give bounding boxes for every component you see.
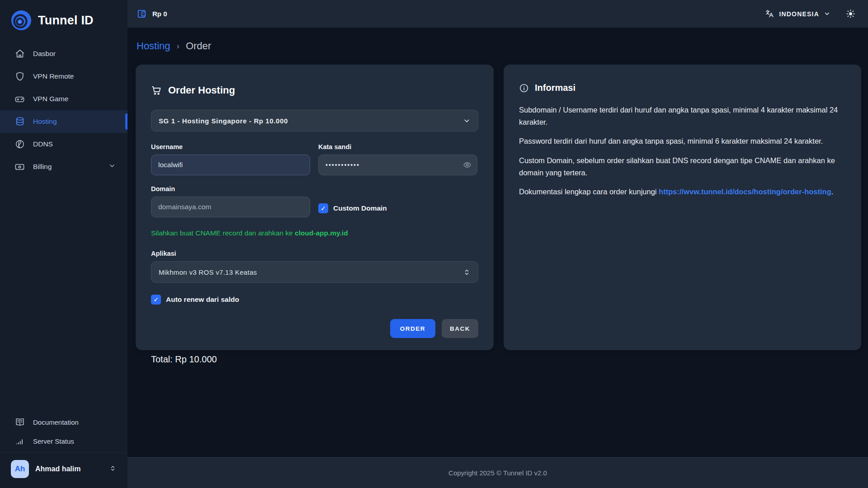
gamepad-icon [14, 94, 25, 104]
auto-renew-label: Auto renew dari saldo [166, 296, 239, 304]
brand-name: Tunnel ID [38, 14, 94, 28]
total-price: Total: Rp 10.000 [151, 354, 478, 365]
auto-renew-checkbox-row[interactable]: ✓ Auto renew dari saldo [151, 295, 478, 305]
sidebar-item-hosting[interactable]: Hosting [0, 110, 127, 133]
sidebar-item-billing[interactable]: Billing [0, 155, 127, 178]
cname-hint-text: Silahkan buat CNAME record dan arahkan k… [151, 229, 295, 237]
sidebar-item-label: Server Status [33, 437, 74, 445]
billing-card-icon [14, 162, 25, 172]
auto-renew-checkbox[interactable]: ✓ [151, 295, 161, 305]
sidebar-item-label: Dasbor [33, 50, 56, 58]
doc-text: Dokumentasi lengkap cara order kunjungi [519, 188, 659, 196]
info-paragraph: Custom Domain, sebelum order silahkan bu… [519, 155, 846, 179]
user-menu[interactable]: Ah Ahmad halim [0, 452, 127, 488]
breadcrumb-separator: › [177, 41, 179, 51]
documentation-link[interactable]: https://wvw.tunnel.id/docs/hosting/order… [659, 188, 831, 196]
sidebar-item-label: DDNS [33, 140, 53, 148]
sidebar-nav: Dasbor VPN Remote VPN Game Hosting [0, 42, 127, 178]
info-paragraph: Subdomain / Username terdiri dari huruf … [519, 104, 846, 128]
plan-select[interactable]: SG 1 - Hosting Singapore - Rp 10.000 [151, 110, 478, 131]
application-select[interactable]: Mikhmon v3 ROS v7.13 Keatas [151, 261, 478, 283]
username-field-group: Username [151, 143, 310, 175]
sidebar-footer-nav: Documentation Server Status [0, 413, 127, 452]
password-field-group: Kata sandi [318, 143, 477, 175]
domain-label: Domain [151, 185, 310, 192]
info-card-header: Informasi [519, 83, 846, 93]
password-input-wrap [318, 155, 477, 175]
form-actions: ORDER BACK [151, 319, 478, 338]
topbar: Rp 0 INDONESIA [127, 0, 868, 28]
cart-icon [151, 85, 162, 96]
language-label: INDONESIA [779, 10, 819, 18]
book-icon [14, 417, 25, 427]
app-root: Tunnel ID Dasbor VPN Remote VPN Game [0, 0, 868, 488]
brand[interactable]: Tunnel ID [0, 0, 127, 42]
sidebar-spacer [0, 178, 127, 413]
cards-row: Order Hosting SG 1 - Hosting Singapore -… [136, 65, 861, 350]
credentials-row: Username Kata sandi [151, 143, 478, 175]
doc-suffix: . [831, 188, 834, 196]
custom-domain-label: Custom Domain [333, 204, 387, 212]
breadcrumb: Hosting › Order [137, 40, 861, 52]
chevron-up-down-icon [109, 465, 117, 474]
custom-domain-checkbox-row[interactable]: ✓ Custom Domain [318, 203, 387, 213]
chevron-down-icon [108, 162, 116, 171]
application-select-value: Mikhmon v3 ROS v7.13 Keatas [159, 268, 257, 276]
database-icon [14, 117, 25, 127]
order-card-title: Order Hosting [168, 84, 235, 96]
sidebar-item-label: Billing [33, 163, 52, 171]
sidebar-item-vpn-remote[interactable]: VPN Remote [0, 65, 127, 88]
password-input[interactable] [318, 155, 477, 175]
globe-icon [14, 139, 25, 150]
sidebar-item-server-status[interactable]: Server Status [0, 432, 127, 450]
cname-hint: Silahkan buat CNAME record dan arahkan k… [151, 229, 478, 237]
chevron-down-icon [463, 117, 471, 125]
shield-icon [14, 71, 25, 82]
sidebar-item-label: Documentation [33, 418, 79, 426]
content-area: Hosting › Order Order Hosting SG 1 - Hos… [127, 28, 868, 457]
eye-icon[interactable] [463, 161, 472, 169]
topbar-right: INDONESIA [765, 9, 855, 19]
username-input[interactable] [151, 155, 310, 175]
tunnel-id-logo-icon [11, 10, 32, 31]
balance-amount: Rp 0 [152, 10, 167, 18]
info-card-title: Informasi [535, 83, 576, 93]
password-label: Kata sandi [318, 143, 477, 150]
avatar: Ah [11, 460, 29, 478]
info-paragraph: Password terdiri dari huruf dan angka ta… [519, 135, 846, 147]
balance-widget[interactable]: Rp 0 [137, 9, 167, 19]
theme-toggle-sun-icon[interactable] [846, 9, 855, 19]
informasi-card: Informasi Subdomain / Username terdiri d… [504, 65, 861, 350]
order-hosting-card: Order Hosting SG 1 - Hosting Singapore -… [136, 65, 494, 350]
order-button[interactable]: ORDER [390, 319, 435, 338]
domain-input[interactable] [151, 197, 310, 217]
cname-target: cloud-app.my.id [295, 229, 348, 237]
copyright-text: Copyright 2025 © Tunnel ID v2.0 [448, 469, 547, 477]
sidebar: Tunnel ID Dasbor VPN Remote VPN Game [0, 0, 127, 488]
custom-domain-group: ✓ Custom Domain [318, 185, 477, 217]
wallet-icon [137, 9, 147, 19]
plan-select-value: SG 1 - Hosting Singapore - Rp 10.000 [159, 117, 288, 125]
translate-icon [765, 9, 774, 19]
application-label: Aplikasi [151, 250, 478, 257]
info-doc-paragraph: Dokumentasi lengkap cara order kunjungi … [519, 186, 846, 198]
active-indicator [125, 113, 127, 130]
sidebar-item-ddns[interactable]: DDNS [0, 133, 127, 155]
username-label: Username [151, 143, 310, 150]
domain-row: Domain ✓ Custom Domain [151, 185, 478, 217]
breadcrumb-hosting-link[interactable]: Hosting [137, 40, 170, 52]
home-icon [14, 49, 25, 59]
sidebar-item-documentation[interactable]: Documentation [0, 413, 127, 432]
user-name: Ahmad halim [35, 465, 80, 473]
signal-bars-icon [14, 436, 25, 446]
sidebar-item-vpn-game[interactable]: VPN Game [0, 88, 127, 110]
chevron-down-icon [824, 10, 830, 17]
info-circle-icon [519, 83, 529, 93]
custom-domain-checkbox[interactable]: ✓ [318, 203, 328, 213]
sidebar-item-label: Hosting [33, 117, 57, 126]
main-column: Rp 0 INDONESIA Hosting [127, 0, 868, 488]
breadcrumb-current-page: Order [186, 40, 211, 52]
language-selector[interactable]: INDONESIA [765, 9, 830, 19]
sidebar-item-dasbor[interactable]: Dasbor [0, 42, 127, 65]
back-button[interactable]: BACK [442, 319, 478, 338]
